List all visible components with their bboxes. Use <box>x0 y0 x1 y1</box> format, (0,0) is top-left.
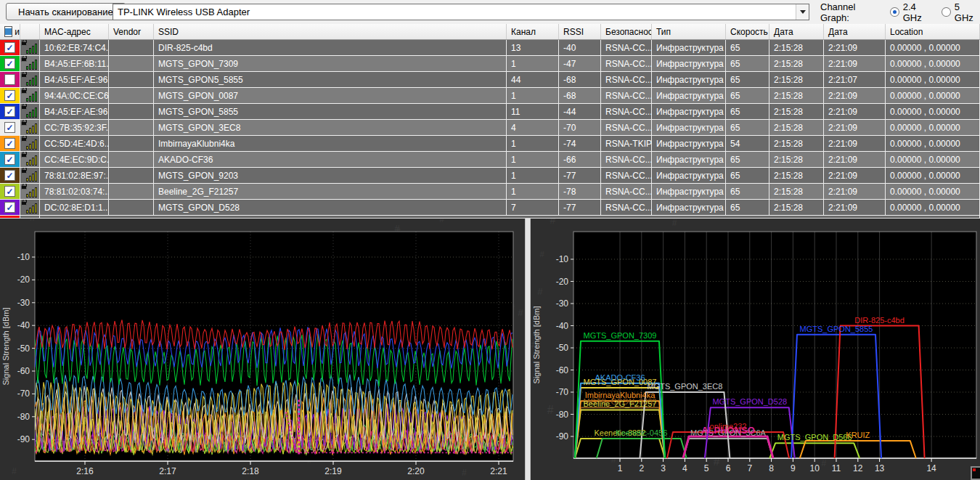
type-cell: Инфраструктура <box>652 88 726 104</box>
mac-cell: CC:7B:35:92:3F... <box>40 120 109 136</box>
svg-text:3: 3 <box>661 463 666 473</box>
signal-cell <box>20 72 40 88</box>
svg-text:5: 5 <box>704 463 709 473</box>
svg-text:7: 7 <box>747 463 752 473</box>
column-header-SSID[interactable]: SSID <box>154 24 507 39</box>
svg-text:KRUIZ: KRUIZ <box>846 431 870 439</box>
rssi-cell: -68 <box>559 88 601 104</box>
signal-cell <box>20 88 40 104</box>
column-header-Location[interactable]: Location <box>886 24 980 39</box>
mac-cell: 10:62:EB:74:C4... <box>40 40 109 56</box>
column-header-Дата[interactable]: Дата <box>769 24 824 39</box>
speed-cell: 65 <box>726 200 769 216</box>
date-cell: 2:15:28 <box>769 184 824 200</box>
table-row[interactable]: ✓10:62:EB:74:C4...DIR-825-c4bd13-40RSNA-… <box>0 40 980 56</box>
start-scan-button[interactable]: Начать сканирование <box>6 3 126 20</box>
ssid-cell: ImbirnayaKlubni4ka <box>154 136 507 152</box>
signal-strength-icon <box>20 57 39 70</box>
row-checkbox[interactable] <box>4 74 15 85</box>
column-header-Vendor[interactable]: Vendor <box>109 24 154 39</box>
table-row[interactable]: ✓B4:A5:EF:6B:11...MGTS_GPON_73091-47RSNA… <box>0 56 980 72</box>
date-cell: 2:21:09 <box>824 104 886 120</box>
date-cell: 2:15:28 <box>769 88 824 104</box>
table-row[interactable]: ✓94:4A:0C:CE:C6...MGTS_GPON_00871-68RSNA… <box>0 88 980 104</box>
channel-graph-svg: ########################################… <box>531 219 980 480</box>
svg-text:-20: -20 <box>17 274 30 285</box>
time-graph-panel: ########################################… <box>0 219 525 480</box>
svg-text:8: 8 <box>769 463 774 473</box>
vendor-cell <box>109 56 154 72</box>
column-header-Безопаснос[interactable]: Безопаснос <box>601 24 652 39</box>
svg-text:2:17: 2:17 <box>159 466 176 476</box>
svg-text:2:18: 2:18 <box>242 466 259 476</box>
svg-text:-90: -90 <box>17 434 30 444</box>
svg-text:onlime232: onlime232 <box>710 422 747 431</box>
lock-icon <box>21 185 27 190</box>
row-color-cell: ✓ <box>0 200 20 216</box>
row-checkbox[interactable]: ✓ <box>4 186 15 197</box>
signal-cell <box>20 168 40 184</box>
speed-cell: 65 <box>726 40 769 56</box>
table-row[interactable]: ✓B4:A5:EF:AE:96...MGTS_GPON_585511-44RSN… <box>0 104 980 120</box>
security-cell: RSNA-TKIP <box>601 136 652 152</box>
ssid-cell: MGTS_GPON_5855 <box>154 104 507 120</box>
rssi-cell: -40 <box>559 40 601 56</box>
row-color-cell: ✓ <box>0 120 20 136</box>
table-row[interactable]: ✓CC:7B:35:92:3F...MGTS_GPON_3EC84-70RSNA… <box>0 120 980 136</box>
adapter-dropdown[interactable]: TP-LINK Wireless USB Adapter <box>113 4 809 20</box>
panel-splitter[interactable] <box>525 219 531 480</box>
radio-selected-icon[interactable] <box>890 7 899 17</box>
column-header-MAC-адрес[interactable]: MAC-адрес <box>40 24 109 39</box>
column-header-и[interactable]: и <box>0 24 20 39</box>
channel-graph-panel: ########################################… <box>531 219 980 480</box>
row-checkbox[interactable]: ✓ <box>4 90 15 101</box>
svg-text:-90: -90 <box>556 431 569 442</box>
signal-strength-icon <box>20 41 39 54</box>
lock-icon <box>21 89 27 94</box>
table-row[interactable]: ✓DC:02:8E:D1:1...MGTS_GPON_D5287-77RSNA-… <box>0 200 980 216</box>
table-row[interactable]: ✓78:81:02:8E:97:...MGTS_GPON_92031-77RSN… <box>0 168 980 184</box>
svg-text:-60: -60 <box>17 366 30 376</box>
column-header-1[interactable] <box>20 24 40 39</box>
svg-text:DIR-825-c4bd: DIR-825-c4bd <box>854 316 904 325</box>
column-header-Канал[interactable]: Канал <box>507 24 559 39</box>
table-row[interactable]: ✓CC:5D:4E:4D:6...ImbirnayaKlubni4ka1-74R… <box>0 136 980 152</box>
table-row[interactable]: ✓CC:4E:EC:9D:C...AKADO-CF361-66RSNA-CC..… <box>0 152 980 168</box>
band-radio-24ghz[interactable]: 2.4 GHz <box>890 1 936 23</box>
dropdown-arrow-icon[interactable] <box>796 4 809 20</box>
rssi-cell: -68 <box>559 72 601 88</box>
row-checkbox[interactable]: ✓ <box>4 170 15 181</box>
svg-text:4: 4 <box>682 463 687 473</box>
table-row[interactable]: B4:A5:EF:AE:96...MGTS_GPON5_585544-68RSN… <box>0 72 980 88</box>
date-cell: 2:21:09 <box>824 184 886 200</box>
svg-text:-80: -80 <box>556 410 569 420</box>
wifi-scanner-window: Начать сканирование TP-LINK Wireless USB… <box>0 0 980 480</box>
type-cell: Инфраструктура <box>652 152 726 168</box>
radio-unselected-icon[interactable] <box>942 7 951 17</box>
row-checkbox[interactable]: ✓ <box>4 122 15 133</box>
date-cell: 2:15:28 <box>769 104 824 120</box>
band-radio-5ghz[interactable]: 5 GHz <box>942 1 980 23</box>
table-row[interactable]: ✓78:81:02:03:74:...Beeline_2G_F212571-78… <box>0 184 980 200</box>
date-cell: 2:21:09 <box>824 136 886 152</box>
select-all-checkbox[interactable] <box>4 26 12 37</box>
channel-cell: 1 <box>507 184 559 200</box>
ssid-cell: MGTS_GPON_D528 <box>154 200 507 216</box>
row-checkbox[interactable]: ✓ <box>4 202 15 213</box>
row-checkbox[interactable]: ✓ <box>4 42 15 53</box>
column-header-Тип[interactable]: Тип <box>652 24 726 39</box>
column-header-RSSI[interactable]: RSSI <box>559 24 601 39</box>
svg-text:-50: -50 <box>556 343 569 353</box>
channel-cell: 11 <box>507 104 559 120</box>
date-cell: 2:15:28 <box>769 120 824 136</box>
row-checkbox[interactable]: ✓ <box>4 138 15 149</box>
column-header-Дата[interactable]: Дата <box>824 24 886 39</box>
column-header-Скорость[interactable]: Скорость <box>726 24 769 39</box>
row-checkbox[interactable]: ✓ <box>4 154 15 165</box>
row-checkbox[interactable]: ✓ <box>4 106 15 117</box>
svg-text:-10: -10 <box>556 254 569 264</box>
channel-cell: 1 <box>507 152 559 168</box>
row-checkbox[interactable]: ✓ <box>4 58 15 69</box>
signal-cell <box>20 200 40 216</box>
svg-text:9: 9 <box>791 463 796 473</box>
